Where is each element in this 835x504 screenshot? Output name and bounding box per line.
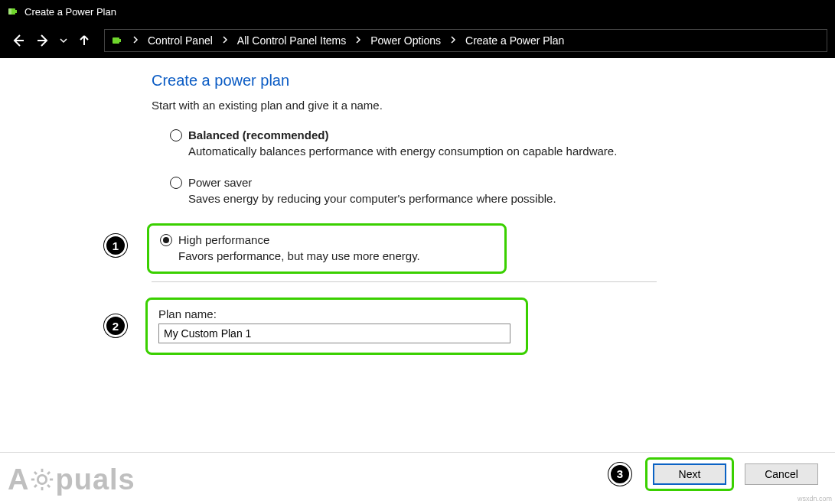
svg-line-14 bbox=[34, 485, 37, 487]
breadcrumb-power-options[interactable]: Power Options bbox=[367, 33, 444, 48]
svg-line-15 bbox=[48, 472, 51, 474]
content-area: Create a power plan Start with an existi… bbox=[0, 58, 835, 355]
plan-label[interactable]: High performance bbox=[178, 233, 269, 246]
radio-balanced[interactable] bbox=[170, 129, 182, 141]
source-note: wsxdn.com bbox=[797, 495, 832, 502]
navigation-bar: Control Panel All Control Panel Items Po… bbox=[0, 23, 835, 58]
breadcrumb-control-panel[interactable]: Control Panel bbox=[145, 33, 216, 48]
plan-description: Automatically balances performance with … bbox=[170, 145, 835, 158]
svg-line-13 bbox=[48, 485, 51, 487]
plan-label[interactable]: Power saver bbox=[188, 176, 252, 189]
battery-icon bbox=[109, 34, 123, 47]
breadcrumb-all-items[interactable]: All Control Panel Items bbox=[234, 33, 349, 48]
plan-name-label: Plan name: bbox=[158, 307, 515, 320]
plan-description: Saves energy by reducing your computer's… bbox=[170, 192, 835, 205]
annotation-highlight-3: Next bbox=[645, 457, 734, 491]
back-button[interactable] bbox=[8, 30, 29, 51]
page-title: Create a power plan bbox=[152, 72, 835, 89]
gear-icon bbox=[29, 467, 55, 499]
chevron-right-icon[interactable] bbox=[351, 36, 366, 45]
recent-locations-dropdown[interactable] bbox=[57, 30, 70, 51]
svg-line-12 bbox=[34, 472, 37, 474]
svg-point-7 bbox=[38, 475, 47, 483]
forward-button[interactable] bbox=[32, 30, 54, 51]
svg-rect-2 bbox=[8, 8, 11, 15]
watermark-prefix: A bbox=[8, 463, 29, 496]
annotation-marker-1: 1 bbox=[104, 234, 127, 257]
annotation-highlight-2: Plan name: bbox=[145, 298, 528, 355]
breadcrumb-create-plan[interactable]: Create a Power Plan bbox=[462, 33, 567, 48]
svg-rect-6 bbox=[119, 39, 121, 42]
chevron-right-icon[interactable] bbox=[217, 36, 233, 45]
plan-description: Favors performance, but may use more ene… bbox=[160, 249, 494, 262]
window-title: Create a Power Plan bbox=[24, 6, 116, 18]
chevron-right-icon[interactable] bbox=[445, 36, 461, 45]
annotation-marker-2: 2 bbox=[104, 314, 127, 337]
watermark-logo: Apuals bbox=[8, 463, 135, 499]
divider bbox=[152, 281, 657, 282]
next-button[interactable]: Next bbox=[653, 463, 726, 485]
plan-name-input[interactable] bbox=[158, 324, 510, 343]
chevron-right-icon[interactable] bbox=[128, 36, 143, 45]
watermark-suffix: puals bbox=[55, 463, 135, 496]
annotation-highlight-1: High performance Favors performance, but… bbox=[147, 223, 507, 274]
radio-power-saver[interactable] bbox=[170, 177, 182, 189]
up-button[interactable] bbox=[73, 30, 95, 51]
title-bar: Create a Power Plan bbox=[0, 0, 835, 23]
plan-label[interactable]: Balanced (recommended) bbox=[188, 128, 328, 141]
annotation-marker-3: 3 bbox=[608, 463, 631, 486]
cancel-button[interactable]: Cancel bbox=[745, 463, 818, 485]
svg-rect-1 bbox=[15, 10, 17, 13]
address-bar[interactable]: Control Panel All Control Panel Items Po… bbox=[104, 29, 827, 52]
plan-option-balanced: Balanced (recommended) Automatically bal… bbox=[152, 128, 835, 158]
battery-icon bbox=[6, 5, 18, 18]
svg-rect-5 bbox=[113, 37, 119, 44]
radio-high-performance[interactable] bbox=[160, 234, 172, 246]
plan-option-saver: Power saver Saves energy by reducing you… bbox=[152, 176, 835, 205]
page-instruction: Start with an existing plan and give it … bbox=[152, 99, 835, 112]
